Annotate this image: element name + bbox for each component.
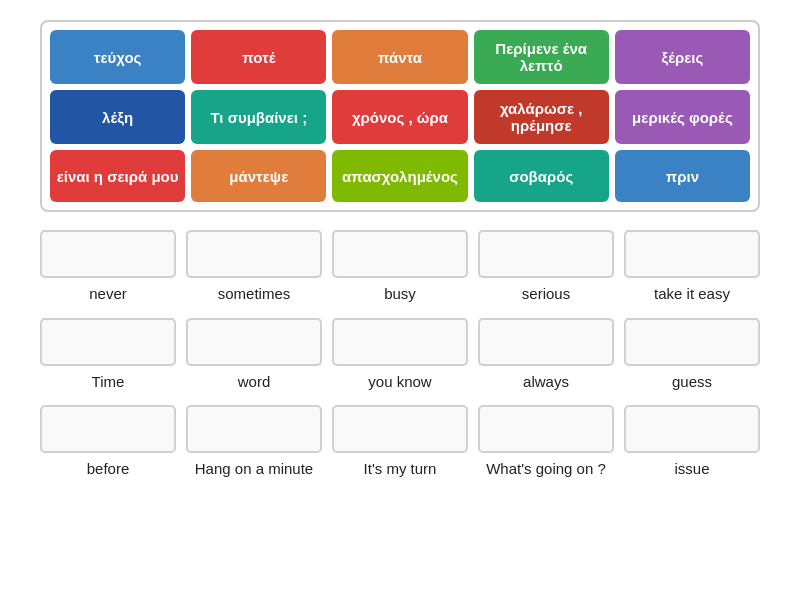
match-box-row-2 [40, 405, 760, 453]
match-box-2-3[interactable] [478, 405, 614, 453]
tile-pote[interactable]: ποτέ [191, 30, 326, 84]
match-label-2-2: It's my turn [332, 459, 468, 479]
tile-xalaro[interactable]: χαλάρωσε , ηρέμησε [474, 90, 609, 144]
match-label-1-2: you know [332, 372, 468, 392]
match-box-1-4[interactable] [624, 318, 760, 366]
match-box-1-2[interactable] [332, 318, 468, 366]
match-label-2-3: What's going on ? [478, 459, 614, 479]
match-label-0-0: never [40, 284, 176, 304]
match-label-1-3: always [478, 372, 614, 392]
match-box-1-0[interactable] [40, 318, 176, 366]
match-box-0-4[interactable] [624, 230, 760, 278]
tile-prin[interactable]: πριν [615, 150, 750, 202]
match-box-0-1[interactable] [186, 230, 322, 278]
tile-tevchos[interactable]: τεύχος [50, 30, 185, 84]
match-box-1-3[interactable] [478, 318, 614, 366]
match-box-2-4[interactable] [624, 405, 760, 453]
match-label-0-1: sometimes [186, 284, 322, 304]
match-box-2-1[interactable] [186, 405, 322, 453]
match-box-row-1 [40, 318, 760, 366]
tile-xereis[interactable]: ξέρεις [615, 30, 750, 84]
match-label-row-0: neversometimesbusyserioustake it easy [40, 284, 760, 304]
match-label-1-1: word [186, 372, 322, 392]
match-section: neversometimesbusyserioustake it easyTim… [40, 230, 760, 493]
tile-manteue[interactable]: μάντεψε [191, 150, 326, 202]
match-label-1-0: Time [40, 372, 176, 392]
match-label-2-0: before [40, 459, 176, 479]
tile-merikes[interactable]: μερικές φορές [615, 90, 750, 144]
match-label-row-2: beforeHang on a minuteIt's my turnWhat's… [40, 459, 760, 479]
tile-sovaros[interactable]: σοβαρός [474, 150, 609, 202]
match-label-0-3: serious [478, 284, 614, 304]
match-box-0-0[interactable] [40, 230, 176, 278]
tile-perimene[interactable]: Περίμενε ένα λεπτό [474, 30, 609, 84]
match-label-2-4: issue [624, 459, 760, 479]
tile-einai[interactable]: είναι η σειρά μου [50, 150, 185, 202]
tiles-grid: τεύχοςποτέπάνταΠερίμενε ένα λεπτόξέρειςλ… [40, 20, 760, 212]
match-box-0-2[interactable] [332, 230, 468, 278]
match-label-1-4: guess [624, 372, 760, 392]
match-box-0-3[interactable] [478, 230, 614, 278]
tile-lexi[interactable]: λέξη [50, 90, 185, 144]
match-label-0-4: take it easy [624, 284, 760, 304]
match-label-row-1: Timewordyou knowalwaysguess [40, 372, 760, 392]
match-box-2-0[interactable] [40, 405, 176, 453]
match-box-row-0 [40, 230, 760, 278]
tile-xronos[interactable]: χρόνος , ώρα [332, 90, 467, 144]
tile-panta[interactable]: πάντα [332, 30, 467, 84]
match-label-2-1: Hang on a minute [186, 459, 322, 479]
tile-apas[interactable]: απασχολημένος [332, 150, 467, 202]
match-box-1-1[interactable] [186, 318, 322, 366]
match-box-2-2[interactable] [332, 405, 468, 453]
match-label-0-2: busy [332, 284, 468, 304]
tile-ti[interactable]: Τι συμβαίνει ; [191, 90, 326, 144]
